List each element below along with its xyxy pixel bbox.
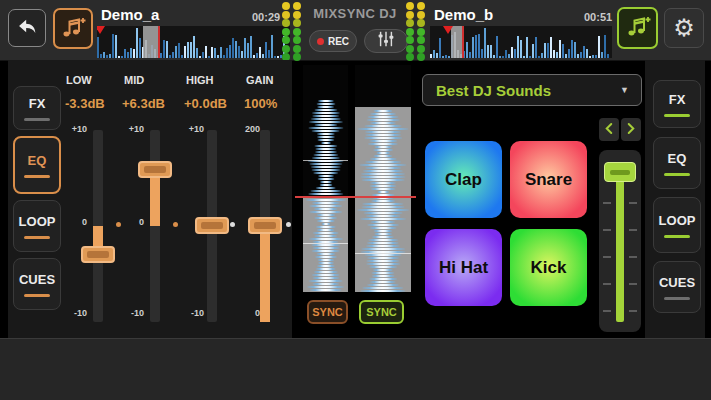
- deck-a-music-library-button[interactable]: [53, 8, 93, 49]
- waveform-layer: [303, 65, 348, 292]
- sample-pad-snare[interactable]: Snare: [510, 141, 587, 218]
- scale-tick: 200: [238, 124, 260, 134]
- eq-high-value: +0.0dB: [184, 96, 227, 111]
- waveform-layer: [355, 65, 411, 292]
- deck-b-title: Demo_b: [434, 6, 493, 23]
- deck-a-tab-loop[interactable]: LOOP: [13, 200, 61, 252]
- deck-b-tab-cues[interactable]: CUES: [653, 261, 701, 313]
- tab-underline: [24, 236, 50, 239]
- scale-tick: 0: [65, 217, 87, 227]
- eq-gain-fill: [260, 232, 270, 322]
- tab-label: CUES: [19, 272, 55, 287]
- chevron-right-icon: [626, 121, 636, 139]
- slider-ticks: [629, 202, 637, 314]
- tab-underline: [664, 114, 690, 117]
- sample-pad-hihat[interactable]: Hi Hat: [425, 229, 502, 306]
- deck-a-tab-cues[interactable]: CUES: [13, 258, 61, 310]
- sample-pad-clap[interactable]: Clap: [425, 141, 502, 218]
- center-detent-dot: [116, 222, 121, 227]
- tab-underline: [664, 173, 690, 176]
- top-bar: Demo_a 00:29 MIXSYNC DJ REC Demo_b 00:51: [0, 0, 711, 61]
- record-button[interactable]: REC: [309, 30, 357, 52]
- app-title: MIXSYNC DJ: [303, 6, 407, 21]
- eq-low-label: LOW: [66, 74, 92, 86]
- record-label: REC: [328, 36, 349, 47]
- scale-tick: +10: [182, 124, 204, 134]
- deck-b-track-waveform[interactable]: [430, 26, 612, 58]
- eq-low-value: -3.3dB: [65, 96, 105, 111]
- volume-slider-handle[interactable]: [604, 162, 636, 182]
- eq-mid-slider-handle[interactable]: [138, 161, 172, 178]
- deck-b-tab-eq[interactable]: EQ: [653, 137, 701, 189]
- tab-underline: [664, 297, 690, 300]
- deck-b-tab-loop[interactable]: LOOP: [653, 197, 701, 253]
- deck-a-playhead-marker-icon: [97, 26, 105, 34]
- eq-mid-slider[interactable]: [150, 130, 160, 322]
- deck-b-sync-button[interactable]: SYNC: [359, 300, 404, 324]
- tab-label: LOOP: [19, 214, 56, 229]
- gear-icon: ⚙: [673, 16, 695, 40]
- deck-a-playhead-line: [158, 26, 160, 58]
- eq-mid-fill: [150, 176, 160, 226]
- eq-mid-label: MID: [124, 74, 144, 86]
- scale-tick: +10: [122, 124, 144, 134]
- tab-underline: [24, 175, 50, 178]
- deck-a-title: Demo_a: [101, 6, 159, 23]
- next-page-button[interactable]: [621, 118, 641, 141]
- center-detent-dot: [286, 222, 291, 227]
- tab-label: FX: [669, 92, 686, 107]
- deck-a-vertical-waveform[interactable]: [303, 65, 348, 292]
- center-detent-dot: [230, 222, 235, 227]
- deck-b-playhead-line: [462, 26, 464, 58]
- dj-app: Demo_a 00:29 MIXSYNC DJ REC Demo_b 00:51: [0, 0, 711, 400]
- chevron-left-icon: [604, 121, 614, 139]
- prev-page-button[interactable]: [599, 118, 619, 141]
- sample-pack-name: Best DJ Sounds: [436, 82, 620, 99]
- back-arrow-icon: [15, 16, 39, 40]
- deck-b-tab-fx[interactable]: FX: [653, 80, 701, 128]
- eq-high-label: HIGH: [186, 74, 214, 86]
- tab-underline: [664, 235, 690, 238]
- beat-grid-line: [355, 253, 411, 254]
- deck-a-sync-button[interactable]: SYNC: [307, 300, 348, 324]
- transport-bar: SET RESET SAMPLER A B SAMPLER RESET SET: [0, 338, 711, 400]
- deck-b-time: 00:51: [584, 11, 612, 23]
- deck-a-tab-eq[interactable]: EQ: [13, 136, 61, 194]
- music-note-plus-icon: [625, 14, 651, 42]
- music-note-plus-icon: [60, 15, 86, 43]
- tab-label: FX: [29, 96, 46, 111]
- deck-b-music-library-button[interactable]: [617, 7, 658, 49]
- sample-pad-kick[interactable]: Kick: [510, 229, 587, 306]
- sampler-volume-slider[interactable]: [599, 150, 641, 332]
- deck-a-tab-fx[interactable]: FX: [13, 86, 61, 130]
- deck-a-time: 00:29: [252, 11, 280, 23]
- eq-high-slider-handle[interactable]: [195, 217, 229, 234]
- eq-mid-value: +6.3dB: [122, 96, 165, 111]
- settings-button[interactable]: ⚙: [664, 8, 704, 48]
- deck-a-track-waveform[interactable]: [97, 26, 290, 58]
- sample-pack-dropdown[interactable]: Best DJ Sounds ▼: [422, 74, 642, 106]
- deck-b-vu-meter: [406, 2, 425, 61]
- scale-tick: 0: [122, 217, 144, 227]
- scale-tick: -10: [65, 308, 87, 318]
- tab-label: EQ: [668, 151, 687, 166]
- scale-tick: 0: [238, 308, 260, 318]
- deck-b-playhead-marker-icon: [443, 26, 453, 34]
- center-detent-dot: [173, 222, 178, 227]
- eq-gain-label: GAIN: [246, 74, 274, 86]
- playhead-line: [295, 196, 416, 198]
- chevron-down-icon: ▼: [620, 85, 629, 95]
- beat-grid-line: [303, 160, 348, 161]
- mixer-settings-button[interactable]: [364, 29, 408, 53]
- record-dot-icon: [317, 38, 324, 45]
- tab-label: CUES: [659, 275, 695, 290]
- volume-fill: [616, 178, 624, 322]
- eq-gain-slider-handle[interactable]: [248, 217, 282, 234]
- deck-a-vu-meter: [282, 2, 301, 61]
- back-button[interactable]: [8, 9, 46, 47]
- deck-b-vertical-waveform[interactable]: [355, 65, 411, 292]
- eq-low-slider-handle[interactable]: [81, 246, 115, 263]
- sliders-icon: [375, 30, 397, 52]
- tab-underline: [24, 118, 50, 121]
- tab-underline: [24, 294, 50, 297]
